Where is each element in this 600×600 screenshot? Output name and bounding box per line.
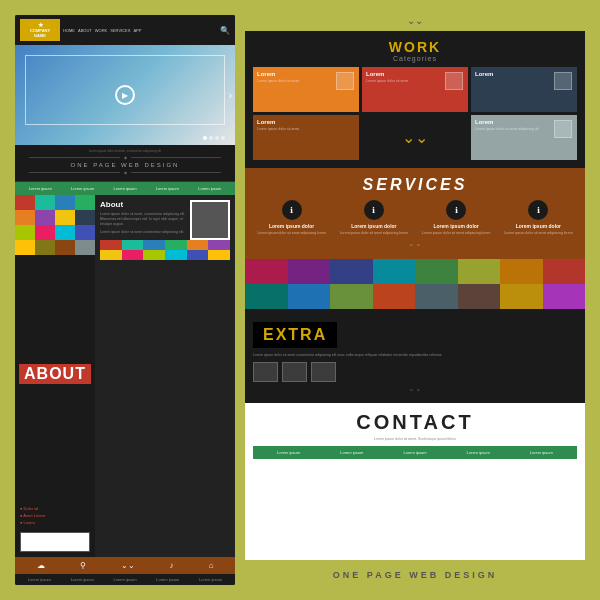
contact-heading: CONTACT — [253, 411, 577, 434]
service-item-3: ℹ Lorem ipsum dolor Lorem ipsum dolor si… — [418, 200, 495, 236]
work-cell-2-img — [445, 72, 463, 90]
link-2[interactable]: Lorem ipsum — [71, 186, 94, 191]
bottom-link-4[interactable]: Lorem ipsum — [156, 577, 179, 582]
play-button[interactable]: ▶ — [115, 85, 135, 105]
color-cell — [75, 195, 95, 210]
services-heading: SERVICES — [253, 176, 577, 194]
contact-subtitle: Lorem ipsum dolor sit amet. Scelerisque … — [253, 437, 577, 441]
link-1[interactable]: Lorem ipsum — [29, 186, 52, 191]
nav-home[interactable]: HOME — [63, 28, 75, 33]
about-list: ● Dolor sit ● Amet Lorem ● Lorem — [20, 506, 45, 527]
search-icon[interactable]: 🔍 — [220, 26, 230, 35]
contact-section: CONTACT Lorem ipsum dolor sit amet. Scel… — [245, 403, 585, 560]
bottom-link-5[interactable]: Lorem ipsum — [199, 577, 222, 582]
color-cell — [75, 210, 95, 225]
extra-spacer: EXTRA — [253, 267, 577, 353]
chevron-icon[interactable]: ⌄⌄ — [121, 561, 135, 570]
contact-links-row: Lorem ipsum Lorem ipsum Lorem ipsum Lore… — [253, 446, 577, 459]
dot-4[interactable] — [221, 136, 225, 140]
left-bottom-bar: ☁ ⚲ ⌄⌄ ♪ ⌂ — [15, 557, 235, 574]
about-color-bottom — [100, 240, 230, 260]
service-icon-1: ℹ — [282, 200, 302, 220]
service-item-4: ℹ Lorem ipsum dolor Lorem ipsum dolor si… — [500, 200, 577, 236]
contact-link-5[interactable]: Lorem ipsum — [530, 450, 553, 455]
bottom-link-3[interactable]: Lorem ipsum — [113, 577, 136, 582]
left-header: ★ COMPANY NAME HOME ABOUT WORK SERVICES … — [15, 15, 235, 45]
list-item-3: ● Lorem — [20, 520, 45, 525]
services-section: SERVICES ℹ Lorem ipsum dolor Lorem ipsum… — [245, 168, 585, 259]
contact-link-3[interactable]: Lorem ipsum — [403, 450, 426, 455]
color-cell — [55, 195, 75, 210]
service-item-1: ℹ Lorem ipsum dolor Lorem ipsum dolor si… — [253, 200, 330, 236]
left-links-row: Lorem ipsum Lorem ipsum Lorem ipsum Lore… — [15, 182, 235, 195]
extra-content: EXTRA Lorem ipsum dolor sit amet consect… — [253, 267, 577, 396]
color-cell — [55, 225, 75, 240]
search-bottom-icon[interactable]: ⚲ — [80, 561, 86, 570]
right-panel: WORK Categories Lorem Lorem ipsum dolor … — [245, 31, 585, 560]
left-bottom-links: Lorem ipsum Lorem ipsum Lorem ipsum Lore… — [15, 574, 235, 585]
color-cell — [55, 210, 75, 225]
divider-line — [29, 157, 120, 158]
home-icon[interactable]: ⌂ — [209, 561, 214, 570]
work-cell-6: Lorem Lorem ipsum dolor sit amet adipisc… — [471, 115, 577, 160]
page-container: ★ COMPANY NAME HOME ABOUT WORK SERVICES … — [0, 0, 600, 600]
logo-text2: NAME — [34, 34, 46, 39]
right-col: ⌄⌄ WORK Categories Lorem Lorem ipsum dol… — [245, 15, 585, 585]
left-nav: HOME ABOUT WORK SERVICES APP — [63, 28, 217, 33]
service-desc-3: Lorem ipsum dolor sit amet adipiscing lo… — [418, 231, 495, 236]
link-5[interactable]: Lorem ipsum — [198, 186, 221, 191]
extra-thumb-3 — [311, 362, 336, 382]
dot-3[interactable] — [215, 136, 219, 140]
service-name-4: Lorem ipsum dolor — [500, 223, 577, 229]
about-big-label: ABOUT — [19, 364, 91, 384]
color-b11 — [187, 250, 209, 260]
service-icon-3: ℹ — [446, 200, 466, 220]
divider-line3 — [29, 172, 120, 173]
subtitle-small: Lorem ipsum dolor sit amet, consectetur … — [19, 149, 231, 153]
dot-1[interactable] — [203, 136, 207, 140]
about-left-col: ABOUT ● Dolor sit ● Amet Lorem ● Lorem — [15, 195, 95, 557]
next-arrow-icon[interactable]: › — [229, 90, 232, 101]
work-cell-3-img — [554, 72, 572, 90]
volume-icon[interactable]: ♪ — [170, 561, 174, 570]
color-b4 — [165, 240, 187, 250]
company-logo[interactable]: ★ COMPANY NAME — [20, 19, 60, 41]
service-name-2: Lorem ipsum dolor — [335, 223, 412, 229]
work-grid: Lorem Lorem ipsum dolor sit amet Lorem L… — [253, 67, 577, 160]
contact-link-2[interactable]: Lorem ipsum — [340, 450, 363, 455]
color-cell — [15, 195, 35, 210]
work-cell-4-title: Lorem — [257, 119, 355, 125]
extra-thumbs — [253, 362, 577, 382]
extra-heading: EXTRA — [263, 326, 327, 343]
color-b7 — [100, 250, 122, 260]
hero-section: ▶ › — [15, 45, 235, 145]
list-item-2: ● Amet Lorem — [20, 513, 45, 518]
top-chevron: ⌄⌄ — [245, 15, 585, 26]
color-cell — [15, 240, 35, 255]
divider-line2 — [131, 157, 222, 158]
work-subtitle: Categories — [253, 55, 577, 62]
work-title: WORK Categories — [253, 39, 577, 62]
nav-app[interactable]: APP — [133, 28, 141, 33]
nav-about[interactable]: ABOUT — [78, 28, 92, 33]
bottom-link-1[interactable]: Lorem ipsum — [28, 577, 51, 582]
contact-link-4[interactable]: Lorem ipsum — [467, 450, 490, 455]
nav-services[interactable]: SERVICES — [110, 28, 130, 33]
work-cell-2: Lorem Lorem ipsum dolor sit amet — [362, 67, 468, 112]
contact-link-1[interactable]: Lorem ipsum — [277, 450, 300, 455]
color-b2 — [122, 240, 144, 250]
work-cell-4-text: Lorem ipsum dolor sit amet — [257, 127, 355, 132]
diamond-icon: ◆ — [124, 155, 127, 160]
extra-section: EXTRA Lorem ipsum dolor sit amet consect… — [245, 259, 585, 404]
bottom-link-2[interactable]: Lorem ipsum — [71, 577, 94, 582]
cloud-icon[interactable]: ☁ — [37, 561, 45, 570]
extra-thumb-1 — [253, 362, 278, 382]
diamond-icon2: ◆ — [124, 170, 127, 175]
tagline-text: ONE PAGE WEB DESIGN — [250, 570, 580, 580]
link-3[interactable]: Lorem ipsum — [113, 186, 136, 191]
nav-work[interactable]: WORK — [95, 28, 107, 33]
work-section: WORK Categories Lorem Lorem ipsum dolor … — [245, 31, 585, 168]
link-4[interactable]: Lorem ipsum — [156, 186, 179, 191]
hero-subtitle: Lorem ipsum dolor sit amet, consectetur … — [15, 145, 235, 182]
dot-2[interactable] — [209, 136, 213, 140]
